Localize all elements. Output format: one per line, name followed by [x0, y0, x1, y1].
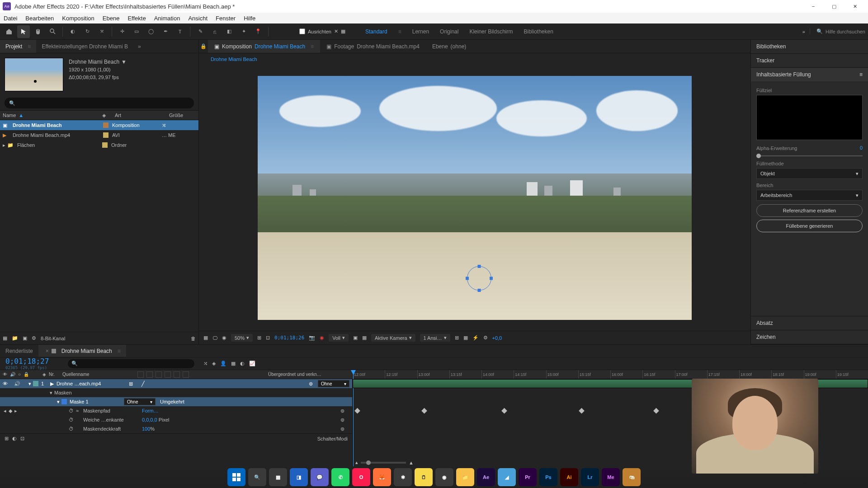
- project-item[interactable]: ▸ 📁 Flächen Ordner: [0, 140, 198, 150]
- label-swatch[interactable]: [103, 132, 108, 138]
- rect-tool[interactable]: ▭: [130, 25, 143, 38]
- tab-effekteinstellungen[interactable]: Effekteinstellungen Drohne Miami B: [36, 40, 133, 53]
- flowchart-icon[interactable]: ⤭: [162, 122, 166, 128]
- keyframe[interactable]: [354, 408, 360, 414]
- photoshop-button[interactable]: Ps: [539, 468, 557, 486]
- keyframe[interactable]: [653, 408, 659, 414]
- tab-overflow-icon[interactable]: »: [133, 43, 146, 50]
- fast-preview-icon[interactable]: ⚡: [472, 335, 479, 341]
- zoom-in-icon[interactable]: ▲: [409, 460, 414, 465]
- help-search[interactable]: 🔍 Hilfe durchsuchen: [810, 28, 865, 34]
- camera-tool[interactable]: ⤧: [95, 25, 108, 38]
- create-reference-button[interactable]: Referenzframe erstellen: [756, 204, 863, 217]
- lock-icon[interactable]: 🔒: [199, 43, 208, 49]
- label-icon[interactable]: ◈: [42, 372, 46, 377]
- menu-hilfe[interactable]: Hilfe: [244, 15, 255, 22]
- stopwatch-icon[interactable]: ⏱: [69, 426, 76, 432]
- whatsapp-button[interactable]: ✆: [331, 468, 349, 486]
- new-folder-icon[interactable]: 📁: [12, 335, 18, 341]
- close-tab-icon[interactable]: ×: [46, 348, 49, 354]
- twirl-icon[interactable]: ▸: [3, 142, 7, 148]
- zoom-dropdown[interactable]: 50% ▾: [231, 334, 253, 342]
- transparency-icon[interactable]: ▦: [362, 335, 367, 341]
- expr-icon[interactable]: ≈: [76, 408, 83, 413]
- keyframe[interactable]: [421, 408, 427, 414]
- workspace-bibliotheken[interactable]: Bibliotheken: [524, 28, 553, 35]
- puppet-tool[interactable]: 📍: [252, 25, 264, 38]
- new-comp-icon[interactable]: ▣: [23, 335, 27, 341]
- firefox-button[interactable]: 🦊: [373, 468, 391, 486]
- panel-content-aware-fill[interactable]: Inhaltsbasierte Füllung≡: [751, 68, 868, 81]
- menu-bearbeiten[interactable]: Bearbeiten: [25, 15, 54, 22]
- menu-fenster[interactable]: Fenster: [216, 15, 236, 22]
- illustrator-button[interactable]: Ai: [560, 468, 578, 486]
- exposure-value[interactable]: +0,0: [492, 335, 502, 341]
- timecode-display[interactable]: 0;01;18;26: [274, 335, 304, 341]
- anchor-tool[interactable]: ✛: [116, 25, 128, 38]
- col-name[interactable]: Name▲: [3, 113, 102, 118]
- switches-modes-toggle[interactable]: Schalter/Modi: [317, 436, 348, 441]
- panel-menu-icon[interactable]: ≡: [859, 71, 863, 78]
- project-item[interactable]: ▶ Drohne Miami Beach.mp4 AVI … ME: [0, 130, 198, 140]
- mask-vertex[interactable]: [477, 289, 481, 292]
- workspace-overflow-icon[interactable]: »: [802, 29, 805, 34]
- stopwatch-icon[interactable]: ⏱: [69, 417, 76, 422]
- fx-col-icon[interactable]: [146, 371, 153, 378]
- add-kf-icon[interactable]: ◆: [7, 408, 14, 414]
- text-tool[interactable]: T: [174, 25, 186, 38]
- app-button[interactable]: ◢: [498, 468, 516, 486]
- keyframe[interactable]: [501, 408, 507, 414]
- mask-mode-dropdown[interactable]: Ohne▾: [124, 398, 156, 405]
- brush-tool[interactable]: ✎: [194, 25, 207, 38]
- opera-button[interactable]: O: [352, 468, 370, 486]
- invert-label[interactable]: Umgekehrt: [160, 399, 184, 404]
- ausrichten-checkbox[interactable]: [299, 28, 305, 34]
- range-dropdown[interactable]: Arbeitsbereich▾: [756, 190, 863, 201]
- menu-effekte[interactable]: Effekte: [127, 15, 146, 22]
- prop-value[interactable]: 100: [142, 426, 150, 432]
- alpha-slider[interactable]: [756, 155, 863, 156]
- stopwatch-icon[interactable]: ⏱: [69, 408, 76, 413]
- channel-icon[interactable]: ◉: [320, 335, 324, 341]
- monitor-icon[interactable]: 🖵: [212, 335, 217, 341]
- keyframe[interactable]: [579, 408, 585, 414]
- eye-icon[interactable]: 👁: [3, 372, 7, 377]
- task-view-button[interactable]: ▦: [269, 468, 287, 486]
- prev-kf-icon[interactable]: ◂: [3, 408, 7, 414]
- resolution-dropdown[interactable]: Voll ▾: [329, 334, 349, 342]
- parent-dropdown[interactable]: Ohne▾: [318, 380, 349, 387]
- app-button[interactable]: ✱: [394, 468, 412, 486]
- interpret-icon[interactable]: ▦: [3, 335, 7, 341]
- adj-col-icon[interactable]: [174, 371, 180, 378]
- workspace-lernen[interactable]: Lernen: [412, 28, 429, 35]
- layer-row[interactable]: 👁 🔊 ▾ 1 ▶ Drohne …each.mp4 ⊞ ╱ ⊚ Ohne▾: [0, 379, 352, 388]
- mask-color[interactable]: [61, 399, 67, 404]
- workspace-original[interactable]: Original: [440, 28, 458, 35]
- orbit-tool[interactable]: ◐: [66, 25, 79, 38]
- col-art[interactable]: Art: [115, 113, 169, 118]
- fill-method-dropdown[interactable]: Objekt▾: [756, 168, 863, 179]
- views-dropdown[interactable]: 1 Ansi… ▾: [420, 334, 450, 342]
- tab-komposition[interactable]: ▣ Komposition Drohne Miami Beach ≡: [208, 40, 320, 53]
- draft3d-icon[interactable]: ◈: [212, 361, 216, 366]
- masks-group[interactable]: ▾ Masken: [0, 388, 352, 397]
- switch-icon[interactable]: ╱: [142, 381, 148, 387]
- graph-editor-icon[interactable]: 📈: [249, 361, 255, 366]
- menu-datei[interactable]: Datei: [4, 15, 17, 22]
- mask-vertex[interactable]: [466, 277, 469, 280]
- workspace-standard[interactable]: Standard: [365, 28, 387, 35]
- adjust-icon[interactable]: ⚙: [483, 335, 488, 341]
- toggle-switches-icon[interactable]: ⊞: [5, 436, 9, 441]
- ellipse-tool[interactable]: ◯: [145, 25, 157, 38]
- mb-col-icon[interactable]: [165, 371, 171, 378]
- panel-tracker[interactable]: Tracker: [751, 54, 868, 67]
- toggle-icon[interactable]: ⊡: [20, 436, 24, 441]
- selection-tool[interactable]: [17, 25, 30, 38]
- settings-icon[interactable]: ⚙: [32, 335, 36, 341]
- explorer-button[interactable]: 📁: [456, 468, 474, 486]
- minimize-button[interactable]: −: [803, 0, 824, 13]
- eye-toggle[interactable]: 👁: [3, 381, 8, 386]
- lightroom-button[interactable]: Lr: [581, 468, 599, 486]
- generate-fill-button[interactable]: Füllebene generieren: [756, 220, 863, 232]
- search-button[interactable]: 🔍: [248, 468, 266, 486]
